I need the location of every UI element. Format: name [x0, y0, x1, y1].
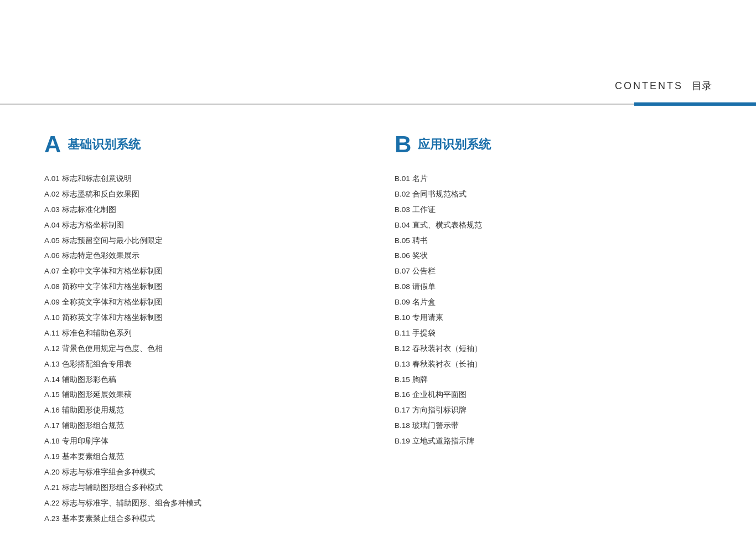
divider-gray [0, 104, 634, 105]
section-a-letter: A [44, 133, 61, 156]
list-item: B.18 玻璃门警示带 [395, 421, 712, 431]
main-content: A 基础识别系统 A.01 标志和标志创意说明A.02 标志墨稿和反白效果图A.… [0, 116, 756, 557]
section-b-list: B.01 名片B.02 合同书规范格式B.03 工作证B.04 直式、横式表格规… [395, 174, 712, 447]
list-item: A.04 标志方格坐标制图 [44, 220, 361, 231]
list-item: B.13 春秋装衬衣（长袖） [395, 359, 712, 370]
contents-label: CONTENTS [615, 80, 683, 92]
list-item: A.17 辅助图形组合规范 [44, 421, 361, 431]
list-item: B.17 方向指引标识牌 [395, 405, 712, 416]
list-item: A.02 标志墨稿和反白效果图 [44, 189, 361, 200]
list-item: A.08 简称中文字体和方格坐标制图 [44, 282, 361, 292]
list-item: A.18 专用印刷字体 [44, 436, 361, 447]
section-a-heading: A 基础识别系统 [44, 133, 361, 156]
list-item: A.21 标志与辅助图形组合多种模式 [44, 483, 361, 493]
list-item: A.15 辅助图形延展效果稿 [44, 390, 361, 400]
divider-blue [634, 102, 756, 106]
list-item: A.10 简称英文字体和方格坐标制图 [44, 313, 361, 323]
list-item: A.05 标志预留空间与最小比例限定 [44, 236, 361, 246]
list-item: A.03 标志标准化制图 [44, 205, 361, 215]
list-item: A.22 标志与标准字、辅助图形、组合多种模式 [44, 498, 361, 509]
list-item: B.10 专用请柬 [395, 313, 712, 323]
column-a: A 基础识别系统 A.01 标志和标志创意说明A.02 标志墨稿和反白效果图A.… [44, 116, 361, 557]
list-item: B.01 名片 [395, 174, 712, 184]
mulu-label: 目录 [692, 79, 712, 92]
header-title-group: CONTENTS 目录 [615, 79, 712, 92]
header: CONTENTS 目录 [0, 0, 756, 102]
list-item: A.19 基本要素组合规范 [44, 452, 361, 462]
list-item: A.16 辅助图形使用规范 [44, 405, 361, 416]
section-b-heading: B 应用识别系统 [395, 133, 712, 156]
list-item: B.03 工作证 [395, 205, 712, 215]
list-item: B.08 请假单 [395, 282, 712, 292]
list-item: B.12 春秋装衬衣（短袖） [395, 344, 712, 354]
list-item: B.05 聘书 [395, 236, 712, 246]
list-item: B.04 直式、横式表格规范 [395, 220, 712, 231]
list-item: A.11 标准色和辅助色系列 [44, 328, 361, 339]
list-item: B.06 奖状 [395, 251, 712, 261]
page: CONTENTS 目录 A 基础识别系统 A.01 标志和标志创意说明A.02 … [0, 0, 756, 557]
list-item: B.07 公告栏 [395, 266, 712, 277]
section-b-title: 应用识别系统 [418, 136, 491, 153]
divider [0, 102, 756, 106]
list-item: B.19 立地式道路指示牌 [395, 436, 712, 447]
list-item: A.20 标志与标准字组合多种模式 [44, 467, 361, 478]
list-item: A.12 背景色使用规定与色度、色相 [44, 344, 361, 354]
list-item: A.01 标志和标志创意说明 [44, 174, 361, 184]
list-item: A.13 色彩搭配组合专用表 [44, 359, 361, 370]
list-item: B.16 企业机构平面图 [395, 390, 712, 400]
list-item: A.09 全称英文字体和方格坐标制图 [44, 297, 361, 308]
list-item: B.11 手提袋 [395, 328, 712, 339]
list-item: B.02 合同书规范格式 [395, 189, 712, 200]
list-item: B.09 名片盒 [395, 297, 712, 308]
section-b-letter: B [395, 133, 411, 156]
list-item: A.07 全称中文字体和方格坐标制图 [44, 266, 361, 277]
list-item: A.14 辅助图形彩色稿 [44, 375, 361, 385]
list-item: A.06 标志特定色彩效果展示 [44, 251, 361, 261]
section-a-list: A.01 标志和标志创意说明A.02 标志墨稿和反白效果图A.03 标志标准化制… [44, 174, 361, 524]
list-item: A.23 基本要素禁止组合多种模式 [44, 514, 361, 524]
list-item: B.15 胸牌 [395, 375, 712, 385]
section-a-title: 基础识别系统 [68, 136, 141, 153]
column-b: B 应用识别系统 B.01 名片B.02 合同书规范格式B.03 工作证B.04… [395, 116, 712, 557]
